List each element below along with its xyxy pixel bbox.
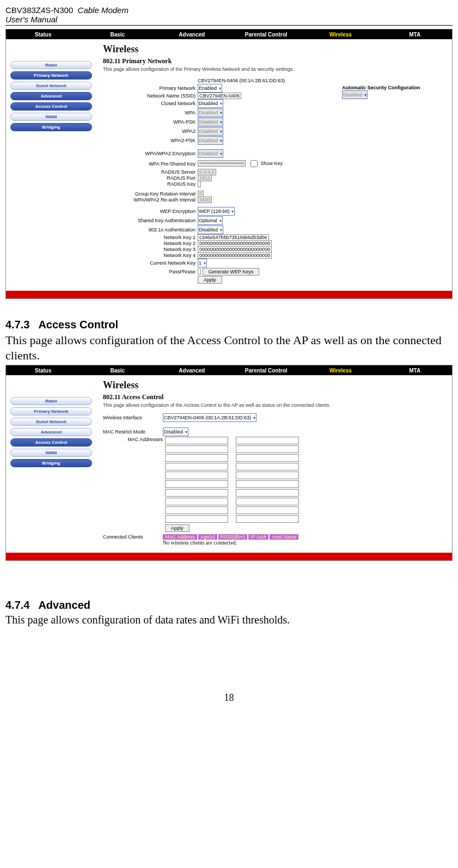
nav-tab-basic[interactable]: Basic [81,368,155,374]
wireless-interface-label: Wireless Interface [103,415,163,420]
sidebar-item-wmm[interactable]: WMM [10,113,92,121]
sidebar-item-wmm[interactable]: WMM [10,449,92,457]
show-key-checkbox[interactable] [251,160,258,167]
wep-encryption-select[interactable]: WEP (128-bit)▾ [198,207,235,216]
mac-address-input[interactable] [165,463,228,470]
sidebar-item-radio[interactable]: Radio [10,397,92,405]
mac-address-input[interactable] [236,472,299,479]
network-key-4-input[interactable]: 00000000000000000000000000 [198,252,272,259]
wpa2-psk-select[interactable]: Disabled▾ [198,136,223,145]
wpa-psk-select[interactable]: Disabled▾ [198,118,223,126]
header-model: CBV383Z4S-N300 [5,5,73,15]
nav-tab-parental[interactable]: Parental Control [229,368,304,374]
sidebar-item-advanced[interactable]: Advanced [10,428,92,436]
nav-tab-advanced[interactable]: Advanced [155,32,229,38]
wireless-interface-value: CBV2794EN-0406 (00:1A:2B:61:DD:63) [164,415,251,420]
shared-key-auth-select[interactable]: Optional▾ [198,216,223,225]
mac-address-input[interactable] [165,489,228,497]
mac-address-input[interactable] [236,454,299,462]
passphrase-input[interactable] [198,268,201,275]
sidebar-item-advanced[interactable]: Advanced [10,92,92,100]
mac-address-input[interactable] [165,506,228,514]
mac-address-input[interactable] [236,515,299,523]
dropdown-arrow-icon: ▾ [220,138,222,143]
connected-clients-table-header: MAC Address Age(s) RSSI(dBm) IP Addr Hos… [163,534,298,540]
mac-address-input[interactable] [165,454,228,462]
col-rssi: RSSI(dBm) [218,534,248,540]
nav-tab-basic[interactable]: Basic [81,32,155,38]
dot1x-auth-label: 802.1x Authentication [103,227,198,233]
sidebar-item-guest-network[interactable]: Guest Network [10,82,92,90]
dot1x-auth-select[interactable]: Disabled▾ [198,225,223,234]
mac-address-input[interactable] [165,498,228,505]
sidebar-item-access-control[interactable]: Access Control [10,438,92,447]
mac-address-grid [165,437,301,523]
wep-encryption-value: WEP (128-bit) [199,209,229,214]
section-474-title: Advanced [38,599,90,611]
panel-title: Wireless [103,44,445,55]
preshared-key-input[interactable]: •••••••••••••••••••••••••• [198,160,246,167]
sidebar-2: Radio Primary Network Guest Network Adva… [6,375,96,553]
wpa2-value: Disabled [199,129,218,134]
current-network-key-value: 1 [199,260,201,266]
sidebar-item-access-control[interactable]: Access Control [10,102,92,111]
auto-security-config-select[interactable]: Disabled▾ [342,90,368,99]
panel-subtitle: 802.11 Primary Network [103,57,445,65]
network-key-1-label: Network Key 1 [103,235,198,240]
generate-wep-keys-button[interactable]: Generate WEP Keys [203,268,260,276]
sidebar-item-primary-network[interactable]: Primary Network [10,71,92,80]
mac-address-input[interactable] [236,463,299,470]
apply-button[interactable]: Apply [198,276,222,284]
reauth-interval-input[interactable]: 3600 [198,197,212,203]
mac-address-input[interactable] [236,445,299,453]
mac-address-input[interactable] [236,489,299,497]
ssid-input[interactable]: CBV2794EN-0406 [198,93,241,99]
network-key-3-label: Network Key 3 [103,247,198,252]
nav-tab-mta[interactable]: MTA [378,368,453,374]
mac-address-input[interactable] [165,472,228,479]
section-473-heading: 4.7.3 Access Control [5,319,453,331]
section-474-body: This page allows configuration of data r… [5,613,453,627]
sidebar-item-bridging[interactable]: Bridging [10,459,92,467]
screenshot-primary-network: Status Basic Advanced Parental Control W… [5,29,453,299]
radius-key-input[interactable] [198,181,201,187]
shared-key-auth-label: Shared Key Authentication [103,218,198,223]
mac-address-input[interactable] [165,445,228,453]
wpa2-select[interactable]: Disabled▾ [198,127,223,136]
wpa-encryption-select[interactable]: Disabled▾ [198,149,223,158]
panel-subtitle-2: 802.11 Access Control [103,393,445,401]
mac-address-input[interactable] [236,498,299,505]
mac-address-input[interactable] [165,480,228,488]
wpa-select[interactable]: Disabled▾ [198,108,223,117]
header-manual: User's Manual [5,15,129,24]
nav-tab-status[interactable]: Status [6,32,81,38]
mac-addresses-label: MAC Addresses [103,437,165,442]
closed-network-select[interactable]: Disabled▾ [198,99,223,108]
nav-tab-wireless[interactable]: Wireless [303,32,378,38]
radius-port-label: RADIUS Port [103,175,198,181]
mac-restrict-mode-select[interactable]: Disabled▾ [163,427,188,436]
mac-address-input[interactable] [165,515,228,523]
nav-tab-mta[interactable]: MTA [378,32,453,38]
sidebar-item-primary-network[interactable]: Primary Network [10,407,92,415]
mac-address-input[interactable] [236,437,299,444]
closed-network-value: Disabled [199,101,218,106]
nav-tab-wireless[interactable]: Wireless [303,368,378,374]
dropdown-arrow-icon: ▾ [220,101,222,106]
mac-address-input[interactable] [236,506,299,514]
col-host-name: Host Name [270,534,298,540]
network-key-4-label: Network Key 4 [103,253,198,258]
primary-network-select[interactable]: Enabled▾ [198,84,222,93]
mac-address-input[interactable] [165,437,228,444]
current-network-key-select[interactable]: 1▾ [198,259,207,267]
dropdown-arrow-icon: ▾ [231,209,234,214]
mac-address-input[interactable] [236,480,299,488]
nav-tab-status[interactable]: Status [6,368,81,374]
nav-tab-parental[interactable]: Parental Control [229,32,304,38]
nav-tab-advanced[interactable]: Advanced [155,368,229,374]
sidebar-item-bridging[interactable]: Bridging [10,123,92,131]
sidebar-item-radio[interactable]: Radio [10,61,92,69]
wireless-interface-select[interactable]: CBV2794EN-0406 (00:1A:2B:61:DD:63)▾ [163,413,257,422]
apply-button-2[interactable]: Apply [165,524,190,532]
sidebar-item-guest-network[interactable]: Guest Network [10,418,92,426]
